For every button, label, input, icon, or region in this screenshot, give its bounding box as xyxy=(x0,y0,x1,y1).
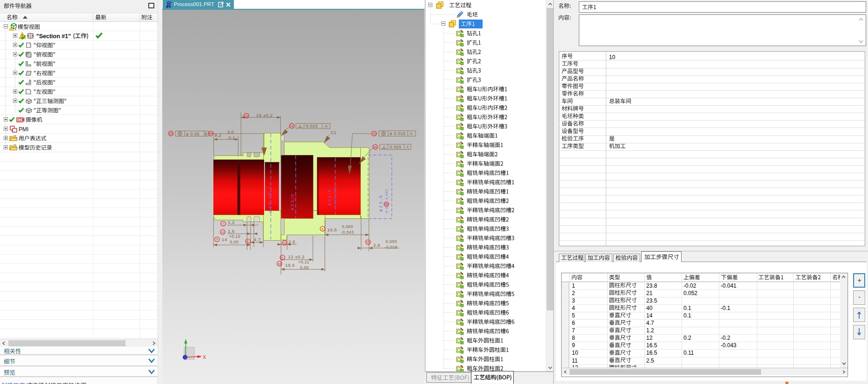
svg-text:11: 11 xyxy=(283,242,286,244)
svg-text:18: 18 xyxy=(169,132,172,135)
svg-text:4,7: 4,7 xyxy=(254,237,261,242)
svg-text:X: X xyxy=(203,354,206,360)
svg-text:14: 14 xyxy=(210,132,213,135)
svg-text:+0,10: +0,10 xyxy=(229,234,241,239)
svg-text:7: 7 xyxy=(222,222,224,225)
svg-text:15 ±0,2: 15 ±0,2 xyxy=(256,113,273,118)
svg-text:8: 8 xyxy=(282,256,284,259)
svg-text:0.025: 0.025 xyxy=(390,145,402,149)
svg-text:6: 6 xyxy=(247,240,249,243)
svg-text:-0,1: -0,1 xyxy=(227,135,235,140)
svg-text:A: A xyxy=(325,124,328,128)
svg-text:12 ±0,2: 12 ±0,2 xyxy=(288,254,305,259)
svg-text:19: 19 xyxy=(372,132,376,135)
svg-text:ø23,5: ø23,5 xyxy=(378,194,383,212)
svg-text:-0,043: -0,043 xyxy=(341,230,354,235)
svg-text:B: B xyxy=(205,132,208,136)
svg-text:15: 15 xyxy=(366,241,370,243)
svg-text:9: 9 xyxy=(322,228,324,230)
svg-text:2,9: 2,9 xyxy=(373,243,380,248)
svg-text:-0,018: -0,018 xyxy=(385,245,398,249)
svg-text:16,5: 16,5 xyxy=(285,263,295,268)
svg-text:A: A xyxy=(406,145,410,149)
svg-text:2,5: 2,5 xyxy=(289,239,296,244)
svg-text:ø21,5: ø21,5 xyxy=(327,188,332,206)
svg-text:0,0: 0,0 xyxy=(228,130,234,135)
svg-text:1,2: 1,2 xyxy=(228,220,235,225)
svg-text:+0,11: +0,11 xyxy=(298,260,310,264)
svg-text:10: 10 xyxy=(278,263,281,265)
svg-text:A: A xyxy=(410,131,413,136)
svg-text:+0,05 -0,02: +0,05 -0,02 xyxy=(334,185,337,207)
svg-text:20: 20 xyxy=(374,146,377,148)
svg-text:14: 14 xyxy=(222,237,227,242)
svg-text:5: 5 xyxy=(216,238,218,241)
svg-text:-0,020 -0,041: -0,020 -0,041 xyxy=(385,189,388,214)
svg-text:12: 12 xyxy=(221,231,225,234)
svg-text:13: 13 xyxy=(245,115,248,117)
svg-text:0,000: 0,000 xyxy=(386,239,397,244)
svg-text:ø 0.05: ø 0.05 xyxy=(186,132,199,136)
svg-text:ø40 ±0,1: ø40 ±0,1 xyxy=(268,185,272,213)
svg-text:0,00: 0,00 xyxy=(230,240,239,244)
svg-text:C1: C1 xyxy=(331,130,337,135)
svg-text:9,2: 9,2 xyxy=(215,133,222,138)
svg-text:16,5: 16,5 xyxy=(327,227,337,232)
svg-text:0.025: 0.025 xyxy=(306,124,318,128)
svg-text:0,00: 0,00 xyxy=(300,265,309,270)
svg-text:16: 16 xyxy=(290,125,293,128)
svg-text:1,6: 1,6 xyxy=(228,229,235,234)
svg-text:0,000: 0,000 xyxy=(342,224,353,229)
svg-text:ø 0.015: ø 0.015 xyxy=(390,131,406,136)
